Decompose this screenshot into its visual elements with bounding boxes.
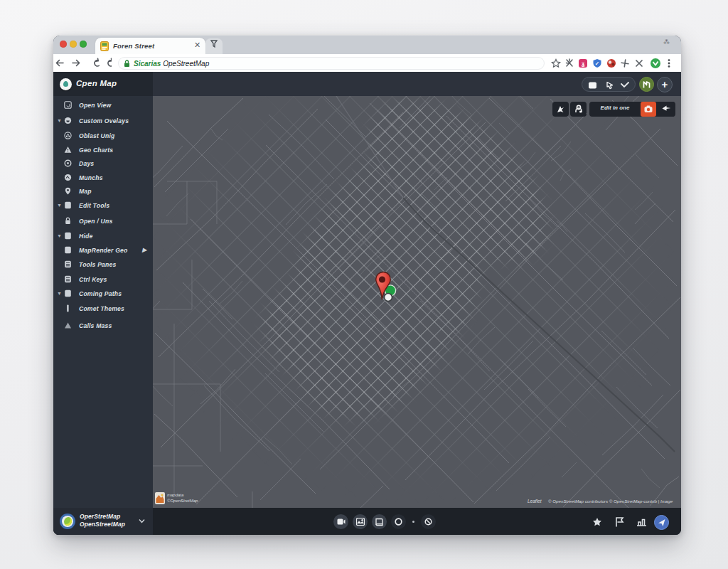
svg-text:Leaflet: Leaflet [528, 499, 542, 504]
svg-text:mapdata: mapdata [167, 493, 184, 497]
svg-text:©OpenStretMap: ©OpenStretMap [167, 499, 198, 503]
svg-text:✓: ✓ [595, 60, 599, 67]
svg-text:© OpenStreetMap contributors ©: © OpenStreetMap contributors © OpenStret… [548, 499, 673, 504]
